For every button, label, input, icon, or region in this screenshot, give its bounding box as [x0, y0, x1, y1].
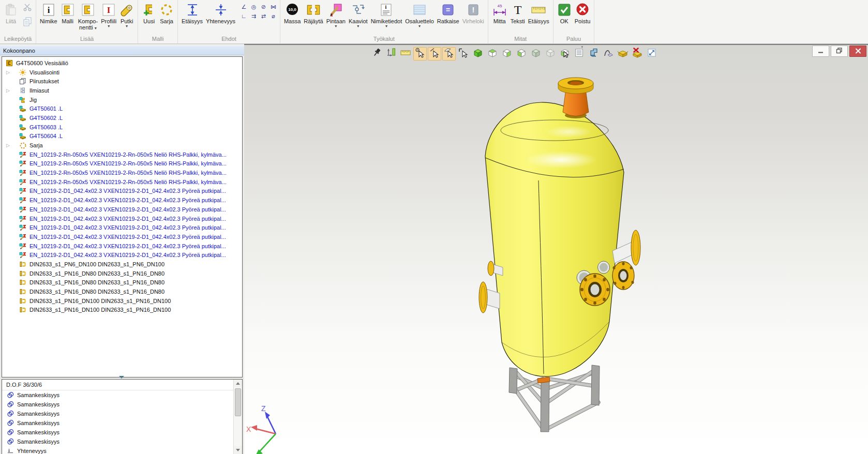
- malli-button[interactable]: Malli: [59, 1, 77, 25]
- putki-button[interactable]: Putki▾: [118, 1, 136, 29]
- ruler-small-button[interactable]: [399, 47, 412, 60]
- viewport-3d[interactable]: Z X ▾: [244, 44, 868, 454]
- tree-item[interactable]: EN_10219-2-Rn-050x5 VXEN10219-2-Rn-050x5…: [2, 168, 242, 177]
- nimike-button[interactable]: iNimike: [38, 1, 59, 25]
- constraint-item[interactable]: Samankeskisyys: [2, 390, 233, 400]
- minimize-button[interactable]: [812, 46, 829, 57]
- restore-button[interactable]: [831, 46, 848, 57]
- profiili-button[interactable]: IProfiili▾: [99, 1, 118, 29]
- scrollbar-track[interactable]: [234, 387, 242, 446]
- display-list-button[interactable]: ▾: [573, 47, 586, 60]
- expander-icon[interactable]: ▷: [5, 143, 19, 148]
- massa-button[interactable]: 10,0Massa: [282, 1, 302, 25]
- kaaviot-button[interactable]: Kaaviot▾: [347, 1, 369, 29]
- ratkaise-button[interactable]: =Ratkaise: [436, 1, 461, 25]
- nimiketiedot-button[interactable]: iNimiketiedot▾: [369, 1, 404, 29]
- ok-button[interactable]: OK: [556, 1, 573, 25]
- constraint-item[interactable]: Samankeskisyys: [2, 428, 233, 437]
- constraint-item[interactable]: Samankeskisyys: [2, 409, 233, 418]
- et-isyys-button[interactable]: Etäisyys: [527, 1, 551, 25]
- scissors-button[interactable]: [21, 2, 34, 14]
- et-isyys-button[interactable]: Etäisyys: [180, 1, 204, 25]
- select-component-button[interactable]: [457, 47, 470, 60]
- constraint-item[interactable]: Samankeskisyys: [2, 418, 233, 428]
- angle-constraint-button[interactable]: ∠: [240, 3, 248, 10]
- tree-item[interactable]: DIN2633_s1_PN16_DN100 DIN2633_s1_PN16_DN…: [2, 306, 242, 315]
- tree-item[interactable]: G4T50603 .L: [2, 123, 242, 132]
- expander-icon[interactable]: ▷: [5, 70, 19, 75]
- view-wire-top-button[interactable]: [486, 47, 499, 60]
- model-tank-body[interactable]: [485, 102, 624, 376]
- tree-item[interactable]: ▷Ilmiasut: [2, 86, 242, 95]
- pushpin-button[interactable]: [370, 47, 383, 60]
- close-button[interactable]: [849, 46, 866, 57]
- tree-item[interactable]: Jig: [2, 95, 242, 104]
- tree-item[interactable]: DIN2633_s1_PN16_DN80 DIN2633_s1_PN16_DN8…: [2, 278, 242, 287]
- tree-item[interactable]: DIN2633_s1_PN16_DN80 DIN2633_s1_PN16_DN8…: [2, 269, 242, 278]
- fullscreen-button[interactable]: [645, 47, 659, 60]
- view-hidden-button[interactable]: [544, 47, 557, 60]
- liit-button[interactable]: Liitä: [2, 1, 20, 25]
- scroll-down-button[interactable]: [234, 446, 242, 454]
- no-tangent-constraint-button[interactable]: ⊘: [259, 3, 268, 10]
- tree-item[interactable]: EN_10219-2-D1_042.4x02.3 VXEN10219-2-D1_…: [2, 205, 242, 214]
- tree-item[interactable]: EN_10219-2-D1_042.4x02.3 VXEN10219-2-D1_…: [2, 214, 242, 223]
- tree-item[interactable]: DIN2633_s1_PN16_DN80 DIN2633_s1_PN16_DN8…: [2, 287, 242, 296]
- select-vertex-button[interactable]: [413, 47, 427, 60]
- panel-splitter[interactable]: [2, 375, 242, 379]
- part-export-button[interactable]: [587, 47, 601, 60]
- constraints-scrollbar[interactable]: [233, 380, 242, 454]
- tree-item[interactable]: ▷Sarja: [2, 141, 242, 150]
- box-open-button[interactable]: [616, 47, 630, 60]
- constraint-item[interactable]: Yhtenevyys: [2, 446, 233, 454]
- perpendicular-constraint-button[interactable]: ∟: [240, 12, 248, 20]
- tree-item[interactable]: Piirustukset: [2, 77, 242, 86]
- copy-button[interactable]: [21, 17, 34, 29]
- concentric-constraint-button[interactable]: ◎: [249, 3, 258, 10]
- tree-item[interactable]: EN_10219-2-D1_042.4x02.3 VXEN10219-2-D1_…: [2, 232, 242, 241]
- parallel-constraint-button[interactable]: ⇉: [249, 12, 258, 20]
- teksti-button[interactable]: TTeksti: [509, 1, 527, 25]
- panel-titlebar[interactable]: Kokoonpano: [0, 46, 244, 55]
- tree-item[interactable]: EN_10219-2-Rn-050x5 VXEN10219-2-Rn-050x5…: [2, 150, 242, 159]
- view-flat-button[interactable]: [529, 47, 543, 60]
- box-delete-button[interactable]: [631, 47, 644, 60]
- osaluettelo-button[interactable]: Osaluettelo▾: [403, 1, 436, 29]
- tree-item[interactable]: G4T50601 .L: [2, 104, 242, 113]
- uusi-button[interactable]: Uusi: [140, 1, 158, 25]
- r-j-yt-button[interactable]: Räjäytä: [302, 1, 324, 25]
- view-shaded-button[interactable]: [471, 47, 485, 60]
- scrollbar-thumb[interactable]: [235, 388, 241, 416]
- tree-item[interactable]: EN_10219-2-Rn-050x5 VXEN10219-2-Rn-050x5…: [2, 159, 242, 169]
- yhtenevyys-button[interactable]: Yhtenevyys: [204, 1, 237, 25]
- virheloki-button[interactable]: !Virheloki: [461, 1, 486, 25]
- tree-item[interactable]: EN_10219-2-D1_042.4x02.3 VXEN10219-2-D1_…: [2, 195, 242, 205]
- tree-item[interactable]: DIN2633_s1_PN16_DN100 DIN2633_s1_PN16_DN…: [2, 296, 242, 306]
- tree-item[interactable]: EN_10219-2-D1_042.4x02.3 VXEN10219-2-D1_…: [2, 187, 242, 196]
- komponentti-button[interactable]: Kompo-nentti ▾: [77, 1, 100, 32]
- view-side-button[interactable]: [500, 47, 514, 60]
- mitta-button[interactable]: 45Mitta: [490, 1, 509, 25]
- poistu-button[interactable]: Poistu: [573, 1, 592, 25]
- pintaan-button[interactable]: IPintaan▾: [325, 1, 347, 29]
- tree-item[interactable]: ▷Visualisointi: [2, 68, 242, 77]
- tree-item[interactable]: EN_10219-2-Rn-050x5 VXEN10219-2-Rn-050x5…: [2, 177, 242, 187]
- tree-item[interactable]: G4T50604 .L: [2, 132, 242, 141]
- swap-constraint-button[interactable]: ⇄: [259, 12, 268, 20]
- select-face-button[interactable]: [442, 47, 456, 60]
- scroll-up-button[interactable]: [234, 380, 242, 387]
- tree-item[interactable]: EN_10219-2-D1_042.4x02.3 VXEN10219-2-D1_…: [2, 223, 242, 232]
- expander-icon[interactable]: ▷: [5, 88, 19, 93]
- tree-item[interactable]: EN_10219-2-D1_042.4x02.3 VXEN10219-2-D1_…: [2, 241, 242, 251]
- view-section-button[interactable]: [515, 47, 528, 60]
- constraint-item[interactable]: Samankeskisyys: [2, 437, 233, 446]
- sarja-button[interactable]: Sarja: [158, 1, 175, 25]
- tree-item[interactable]: DIN2633_s1_PN6_DN100 DIN2633_s1_PN6_DN10…: [2, 260, 242, 269]
- view-select-button[interactable]: [558, 47, 572, 60]
- coord-measure-button[interactable]: [384, 47, 398, 60]
- curve-button[interactable]: [602, 47, 615, 60]
- diameter-constraint-button[interactable]: ⌀: [269, 12, 278, 20]
- tree-item[interactable]: G4T50600 Vesisäiliö: [2, 58, 242, 68]
- model-top-nozzle[interactable]: [558, 78, 593, 118]
- constraint-item[interactable]: Samankeskisyys: [2, 400, 233, 409]
